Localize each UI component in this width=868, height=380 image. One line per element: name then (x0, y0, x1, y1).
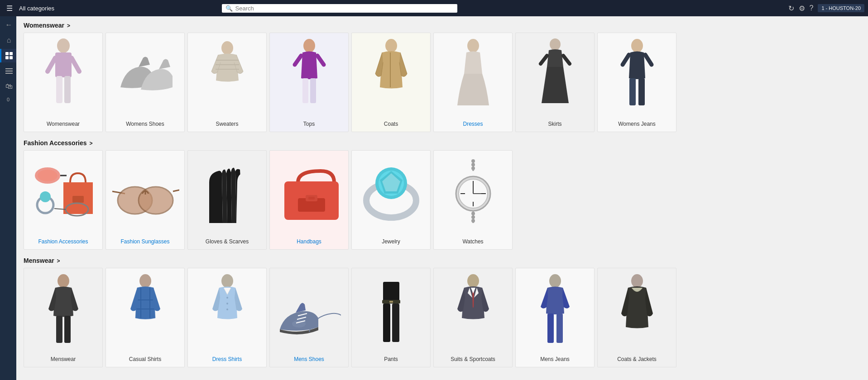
main-layout: ← ⌂ 🛍 0 Womenswear > (0, 16, 868, 380)
menswear-header[interactable]: Menswear > (24, 257, 861, 264)
mens-jeans-label: Mens Jeans (516, 356, 594, 362)
category-card-dress-shirts[interactable]: Dress Shirts (187, 268, 267, 367)
svg-rect-20 (302, 78, 308, 103)
svg-point-58 (471, 166, 475, 170)
category-card-womens-jeans[interactable]: Womens Jeans (597, 33, 676, 132)
menswear-grid: Menswear (24, 268, 861, 367)
sidebar-item-back[interactable]: ← (0, 18, 16, 32)
refresh-button[interactable]: ↻ (788, 4, 794, 13)
svg-line-30 (645, 55, 652, 65)
sidebar-item-categories[interactable] (0, 49, 16, 62)
svg-line-27 (563, 56, 570, 64)
section-fashion-accessories: Fashion Accessories > (24, 139, 861, 250)
skirts-image (516, 33, 594, 114)
svg-line-19 (317, 56, 324, 65)
svg-line-26 (541, 56, 547, 64)
category-card-menswear[interactable]: Menswear (24, 268, 103, 367)
svg-point-34 (38, 170, 58, 181)
fashion-accessories-header[interactable]: Fashion Accessories > (24, 139, 861, 147)
svg-rect-36 (72, 196, 84, 203)
fashion-accessories-label: Fashion Accessories (24, 238, 102, 245)
svg-point-28 (631, 39, 643, 52)
svg-rect-87 (383, 282, 399, 302)
svg-point-13 (221, 41, 233, 55)
casual-shirts-image (106, 268, 184, 350)
svg-point-82 (226, 309, 228, 310)
jewelry-image (352, 151, 430, 232)
svg-point-57 (471, 163, 475, 166)
sidebar: ← ⌂ 🛍 0 (0, 16, 16, 380)
svg-line-9 (48, 58, 55, 71)
menswear-image (24, 268, 102, 350)
svg-point-80 (226, 297, 228, 299)
womens-shoes-label: Womens Shoes (106, 121, 184, 127)
svg-rect-94 (547, 314, 554, 343)
svg-point-7 (57, 38, 70, 53)
pants-image (352, 268, 430, 350)
coats-jackets-image (598, 268, 676, 350)
svg-point-38 (40, 191, 51, 202)
sweaters-label: Sweaters (188, 121, 266, 127)
handbags-label: Handbags (270, 238, 348, 245)
sidebar-badge: 0 (7, 95, 10, 104)
svg-line-10 (72, 58, 79, 71)
womens-jeans-label: Womens Jeans (598, 121, 676, 127)
menu-icon[interactable]: ☰ (4, 2, 15, 14)
svg-point-81 (226, 303, 228, 304)
search-bar[interactable]: 🔍 (222, 4, 457, 13)
jewelry-label: Jewelry (352, 238, 430, 245)
womenswear-header[interactable]: Womenswear > (24, 22, 861, 29)
casual-shirts-label: Casual Shirts (106, 356, 184, 362)
womenswear-grid: Womenswear Womens Shoes (24, 33, 861, 132)
settings-button[interactable]: ⚙ (799, 4, 805, 13)
category-card-skirts[interactable]: Skirts (515, 33, 595, 132)
sidebar-item-list[interactable] (0, 64, 16, 78)
sidebar-item-bag[interactable]: 🛍 (0, 80, 16, 93)
womens-jeans-image (598, 33, 676, 114)
category-card-womens-shoes[interactable]: Womens Shoes (106, 33, 185, 132)
dresses-image (434, 33, 512, 114)
category-card-watches[interactable]: Watches (433, 150, 513, 250)
category-card-tops[interactable]: Tops (269, 33, 349, 132)
help-button[interactable]: ? (810, 4, 814, 12)
category-card-casual-shirts[interactable]: Casual Shirts (106, 268, 185, 367)
svg-rect-5 (5, 71, 13, 71)
suits-sportcoats-label: Suits & Sportcoats (434, 356, 512, 362)
sidebar-item-home[interactable]: ⌂ (0, 33, 16, 47)
category-card-coats[interactable]: Coats (351, 33, 431, 132)
search-input[interactable] (235, 5, 454, 12)
category-card-fashion-accessories[interactable]: Fashion Accessories (24, 150, 103, 250)
category-card-fashion-sunglasses[interactable]: Fashion Sunglasses (106, 150, 185, 250)
tops-image (270, 33, 348, 114)
category-card-pants[interactable]: Pants (351, 268, 431, 367)
svg-rect-4 (5, 68, 13, 69)
category-card-gloves-scarves[interactable]: Gloves & Scarves (187, 150, 267, 250)
pants-label: Pants (352, 356, 430, 362)
category-card-mens-jeans[interactable]: Mens Jeans (515, 268, 595, 367)
svg-rect-6 (5, 73, 13, 74)
fashion-sunglasses-image (106, 151, 184, 232)
category-card-handbags[interactable]: Handbags (269, 150, 349, 250)
mens-jeans-image (516, 268, 594, 350)
topbar-title: All categories (19, 5, 54, 12)
gloves-scarves-label: Gloves & Scarves (188, 238, 266, 245)
svg-rect-95 (556, 314, 563, 343)
svg-point-74 (139, 274, 151, 288)
category-card-coats-jackets[interactable]: Coats & Jackets (597, 268, 676, 367)
svg-point-79 (221, 274, 233, 288)
svg-point-56 (471, 159, 475, 163)
topbar: ☰ All categories 🔍 ↻ ⚙ ? 1 - HOUSTON-20 (0, 0, 868, 16)
category-card-mens-shoes[interactable]: Mens Shoes (269, 268, 349, 367)
category-card-dresses[interactable]: Dresses (433, 33, 513, 132)
svg-rect-0 (5, 52, 9, 55)
category-card-womenswear[interactable]: Womenswear (24, 33, 103, 132)
svg-point-96 (631, 274, 643, 288)
svg-rect-21 (310, 78, 316, 103)
category-card-suits-sportcoats[interactable]: Suits & Sportcoats (433, 268, 513, 367)
category-card-sweaters[interactable]: Sweaters (187, 33, 267, 132)
svg-point-93 (549, 274, 561, 288)
womenswear-image (24, 33, 102, 114)
category-card-jewelry[interactable]: Jewelry (351, 150, 431, 250)
mens-shoes-label: Mens Shoes (270, 356, 348, 362)
womenswear-label: Womenswear (24, 121, 102, 127)
